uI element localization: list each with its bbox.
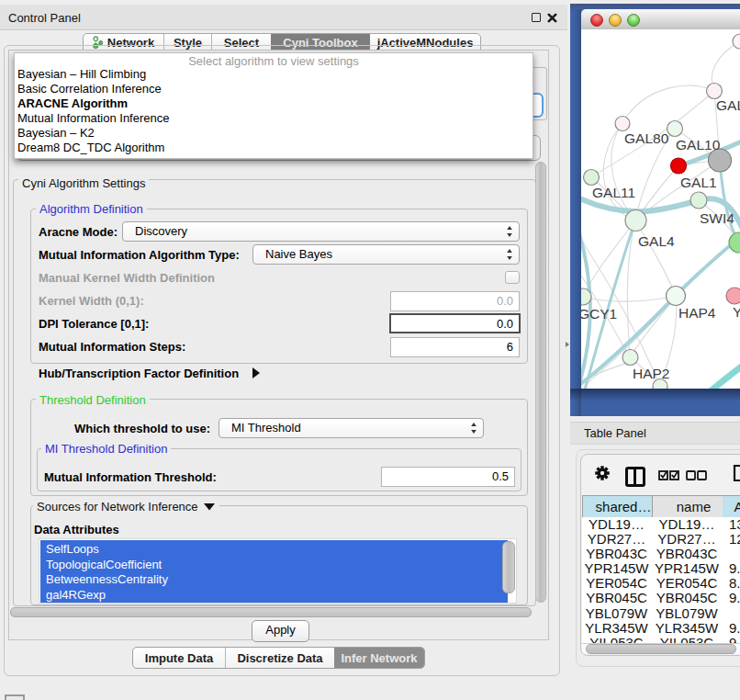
svg-text:GAL10: GAL10	[676, 137, 721, 152]
svg-text:HAP4: HAP4	[678, 305, 716, 321]
svg-text:HAP2: HAP2	[633, 366, 670, 381]
svg-text:YM: YM	[733, 304, 740, 320]
svg-text:GCY1: GCY1	[581, 306, 617, 322]
svg-text:GAL1: GAL1	[680, 175, 717, 190]
svg-text:GAL80: GAL80	[624, 130, 669, 146]
svg-text:GAL11: GAL11	[592, 185, 635, 200]
svg-text:GAL7: GAL7	[716, 97, 740, 113]
svg-text:GAL4: GAL4	[638, 233, 675, 249]
svg-text:SWI4: SWI4	[700, 210, 734, 226]
